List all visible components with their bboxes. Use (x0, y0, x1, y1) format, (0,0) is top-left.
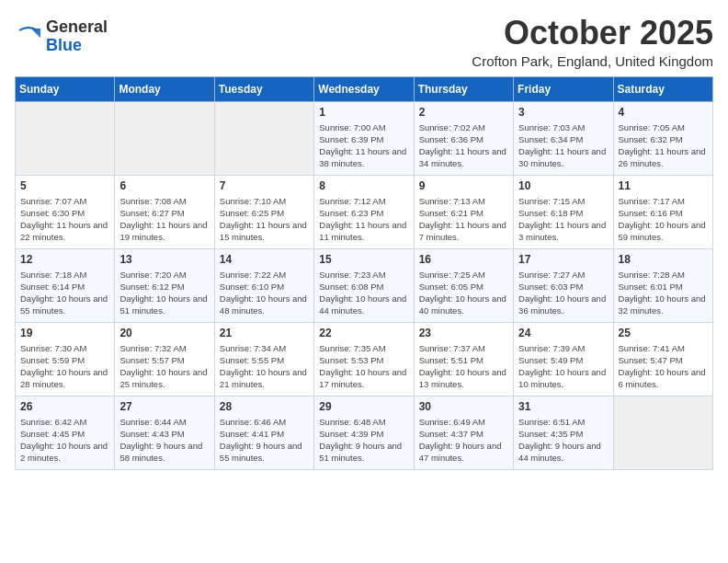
day-number: 30 (419, 400, 508, 413)
cell-content: Sunrise: 7:10 AM Sunset: 6:25 PM Dayligh… (220, 195, 309, 244)
cell-content: Sunrise: 6:51 AM Sunset: 4:35 PM Dayligh… (518, 416, 608, 465)
calendar-cell: 3Sunrise: 7:03 AM Sunset: 6:34 PM Daylig… (514, 101, 613, 175)
day-number: 6 (119, 179, 209, 192)
cell-content: Sunrise: 6:42 AM Sunset: 4:45 PM Dayligh… (20, 416, 109, 465)
cell-content: Sunrise: 7:37 AM Sunset: 5:51 PM Dayligh… (419, 342, 508, 391)
cell-content: Sunrise: 7:07 AM Sunset: 6:30 PM Dayligh… (20, 195, 109, 244)
week-row-0: 1Sunrise: 7:00 AM Sunset: 6:39 PM Daylig… (16, 101, 713, 175)
calendar-cell: 24Sunrise: 7:39 AM Sunset: 5:49 PM Dayli… (514, 322, 613, 396)
cell-content: Sunrise: 7:13 AM Sunset: 6:21 PM Dayligh… (419, 195, 508, 244)
cell-content: Sunrise: 7:18 AM Sunset: 6:14 PM Dayligh… (20, 269, 109, 317)
day-number: 2 (419, 106, 508, 119)
logo: General Blue (15, 18, 108, 55)
cell-content: Sunrise: 7:08 AM Sunset: 6:27 PM Dayligh… (119, 195, 209, 244)
calendar-cell: 30Sunrise: 6:49 AM Sunset: 4:37 PM Dayli… (414, 396, 513, 469)
day-number: 13 (119, 253, 209, 266)
cell-content: Sunrise: 6:46 AM Sunset: 4:41 PM Dayligh… (220, 416, 309, 465)
week-row-4: 26Sunrise: 6:42 AM Sunset: 4:45 PM Dayli… (16, 396, 713, 469)
header-row: SundayMondayTuesdayWednesdayThursdayFrid… (16, 76, 713, 101)
day-number: 5 (20, 179, 109, 192)
col-header-sunday: Sunday (16, 76, 115, 101)
logo-blue: Blue (46, 37, 108, 55)
cell-content: Sunrise: 7:15 AM Sunset: 6:18 PM Dayligh… (518, 195, 608, 244)
col-header-thursday: Thursday (414, 76, 513, 101)
calendar-cell: 14Sunrise: 7:22 AM Sunset: 6:10 PM Dayli… (214, 248, 313, 322)
logo-icon (15, 23, 42, 51)
location: Crofton Park, England, United Kingdom (472, 53, 713, 69)
day-number: 25 (619, 327, 708, 339)
cell-content: Sunrise: 6:49 AM Sunset: 4:37 PM Dayligh… (419, 416, 508, 465)
calendar-cell: 6Sunrise: 7:08 AM Sunset: 6:27 PM Daylig… (115, 175, 214, 248)
calendar-cell: 2Sunrise: 7:02 AM Sunset: 6:36 PM Daylig… (414, 101, 513, 175)
title-block: October 2025 Crofton Park, England, Unit… (472, 15, 713, 69)
day-number: 10 (518, 179, 608, 192)
calendar-cell: 16Sunrise: 7:25 AM Sunset: 6:05 PM Dayli… (414, 248, 513, 322)
calendar-cell (613, 396, 712, 469)
day-number: 21 (220, 327, 309, 339)
day-number: 14 (220, 253, 309, 266)
calendar-cell: 20Sunrise: 7:32 AM Sunset: 5:57 PM Dayli… (115, 322, 214, 396)
cell-content: Sunrise: 7:41 AM Sunset: 5:47 PM Dayligh… (619, 342, 708, 391)
calendar-cell: 17Sunrise: 7:27 AM Sunset: 6:03 PM Dayli… (514, 248, 613, 322)
page-header: General Blue October 2025 Crofton Park, … (15, 15, 713, 69)
calendar-cell: 29Sunrise: 6:48 AM Sunset: 4:39 PM Dayli… (314, 396, 414, 469)
logo-text: General Blue (46, 18, 108, 55)
week-row-1: 5Sunrise: 7:07 AM Sunset: 6:30 PM Daylig… (16, 175, 713, 248)
calendar-cell: 21Sunrise: 7:34 AM Sunset: 5:55 PM Dayli… (214, 322, 313, 396)
calendar-cell: 25Sunrise: 7:41 AM Sunset: 5:47 PM Dayli… (613, 322, 712, 396)
cell-content: Sunrise: 7:17 AM Sunset: 6:16 PM Dayligh… (619, 195, 708, 244)
calendar-cell: 27Sunrise: 6:44 AM Sunset: 4:43 PM Dayli… (115, 396, 214, 469)
day-number: 29 (319, 400, 408, 413)
calendar-cell: 23Sunrise: 7:37 AM Sunset: 5:51 PM Dayli… (414, 322, 513, 396)
calendar-cell: 19Sunrise: 7:30 AM Sunset: 5:59 PM Dayli… (16, 322, 115, 396)
calendar-cell (115, 101, 214, 175)
cell-content: Sunrise: 7:23 AM Sunset: 6:08 PM Dayligh… (319, 269, 408, 317)
cell-content: Sunrise: 7:00 AM Sunset: 6:39 PM Dayligh… (319, 121, 408, 170)
day-number: 19 (20, 327, 109, 339)
day-number: 4 (619, 106, 708, 119)
day-number: 7 (220, 179, 309, 192)
calendar-cell: 12Sunrise: 7:18 AM Sunset: 6:14 PM Dayli… (16, 248, 115, 322)
calendar-cell: 7Sunrise: 7:10 AM Sunset: 6:25 PM Daylig… (214, 175, 313, 248)
calendar-cell: 4Sunrise: 7:05 AM Sunset: 6:32 PM Daylig… (613, 101, 712, 175)
calendar-cell: 15Sunrise: 7:23 AM Sunset: 6:08 PM Dayli… (314, 248, 414, 322)
day-number: 12 (20, 253, 109, 266)
day-number: 26 (20, 400, 109, 413)
cell-content: Sunrise: 6:48 AM Sunset: 4:39 PM Dayligh… (319, 416, 408, 465)
day-number: 24 (518, 327, 608, 339)
cell-content: Sunrise: 7:20 AM Sunset: 6:12 PM Dayligh… (119, 269, 209, 317)
calendar-cell: 26Sunrise: 6:42 AM Sunset: 4:45 PM Dayli… (16, 396, 115, 469)
cell-content: Sunrise: 7:30 AM Sunset: 5:59 PM Dayligh… (20, 342, 109, 391)
day-number: 23 (419, 327, 508, 339)
day-number: 18 (619, 253, 708, 266)
cell-content: Sunrise: 7:05 AM Sunset: 6:32 PM Dayligh… (619, 121, 708, 170)
calendar-cell: 8Sunrise: 7:12 AM Sunset: 6:23 PM Daylig… (314, 175, 414, 248)
day-number: 28 (220, 400, 309, 413)
cell-content: Sunrise: 6:44 AM Sunset: 4:43 PM Dayligh… (119, 416, 209, 465)
col-header-friday: Friday (514, 76, 613, 101)
calendar-cell (214, 101, 313, 175)
day-number: 20 (119, 327, 209, 339)
cell-content: Sunrise: 7:34 AM Sunset: 5:55 PM Dayligh… (220, 342, 309, 391)
calendar-cell: 22Sunrise: 7:35 AM Sunset: 5:53 PM Dayli… (314, 322, 414, 396)
cell-content: Sunrise: 7:22 AM Sunset: 6:10 PM Dayligh… (220, 269, 309, 317)
day-number: 17 (518, 253, 608, 266)
calendar-cell: 1Sunrise: 7:00 AM Sunset: 6:39 PM Daylig… (314, 101, 414, 175)
day-number: 11 (619, 179, 708, 192)
day-number: 16 (419, 253, 508, 266)
calendar-cell: 13Sunrise: 7:20 AM Sunset: 6:12 PM Dayli… (115, 248, 214, 322)
day-number: 22 (319, 327, 408, 339)
calendar-cell: 18Sunrise: 7:28 AM Sunset: 6:01 PM Dayli… (613, 248, 712, 322)
week-row-2: 12Sunrise: 7:18 AM Sunset: 6:14 PM Dayli… (16, 248, 713, 322)
logo-general: General (46, 18, 108, 37)
week-row-3: 19Sunrise: 7:30 AM Sunset: 5:59 PM Dayli… (16, 322, 713, 396)
cell-content: Sunrise: 7:02 AM Sunset: 6:36 PM Dayligh… (419, 121, 508, 170)
cell-content: Sunrise: 7:32 AM Sunset: 5:57 PM Dayligh… (119, 342, 209, 391)
cell-content: Sunrise: 7:39 AM Sunset: 5:49 PM Dayligh… (518, 342, 608, 391)
day-number: 1 (319, 106, 408, 119)
day-number: 9 (419, 179, 508, 192)
day-number: 27 (119, 400, 209, 413)
day-number: 15 (319, 253, 408, 266)
calendar-cell (16, 101, 115, 175)
cell-content: Sunrise: 7:25 AM Sunset: 6:05 PM Dayligh… (419, 269, 508, 317)
